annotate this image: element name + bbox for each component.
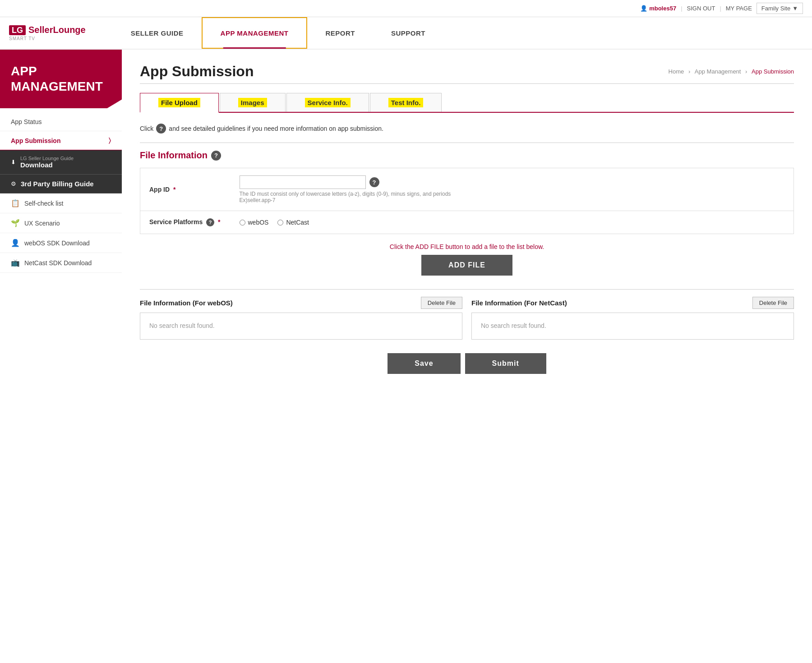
- nav-report[interactable]: REPORT: [307, 17, 373, 49]
- nav-app-management[interactable]: APP MANAGEMENT: [202, 17, 308, 49]
- separator-2: |: [720, 5, 721, 12]
- app-id-hint: The ID must consist only of lowercase le…: [240, 191, 785, 203]
- help-icon-inline[interactable]: ?: [156, 124, 166, 134]
- logo-brand: SellerLounge: [28, 25, 86, 35]
- app-submission-label: App Submission: [11, 137, 60, 144]
- person-icon: 👤: [640, 5, 647, 12]
- service-platforms-row: Service Platforms ? * webOS NetCast: [140, 211, 794, 234]
- lg-box: LG: [9, 25, 26, 35]
- tab-images[interactable]: Images: [220, 93, 286, 112]
- user-info: 👤 mboles57: [640, 5, 676, 12]
- webos-delete-button[interactable]: Delete File: [421, 297, 462, 309]
- netcast-icon: 📺: [11, 258, 20, 267]
- sidebar-netcast-sdk[interactable]: 📺 NetCast SDK Download: [0, 253, 122, 273]
- add-file-note: Click the ADD FILE button to add a file …: [140, 243, 794, 250]
- app-id-help-icon[interactable]: ?: [369, 177, 379, 187]
- bottom-actions: Save Submit: [140, 353, 794, 374]
- section-divider-2: [140, 289, 794, 290]
- tab-service-info-label: Service Info.: [305, 98, 351, 107]
- logo-lg: LG SellerLounge: [9, 25, 86, 35]
- sidebar-nav: App Status App Submission 〉 ⬇ LG Seller …: [0, 108, 122, 277]
- gear-icon: ⚙: [11, 180, 16, 187]
- webos-empty-text: No search result found.: [149, 322, 215, 329]
- sidebar-header: APP MANAGEMENT: [0, 50, 122, 108]
- add-file-button[interactable]: ADD FILE: [421, 255, 512, 276]
- logo[interactable]: LG SellerLounge SMART TV: [9, 25, 86, 41]
- netcast-file-box: No search result found.: [471, 313, 794, 340]
- app-id-row: App ID * ? The ID must consist only of l…: [140, 168, 794, 211]
- app-id-label: App ID *: [140, 168, 231, 211]
- file-info-heading: File Information ?: [140, 150, 794, 161]
- family-site-dropdown[interactable]: Family Site ▼: [757, 3, 803, 14]
- billing-guide-main: 3rd Party Billing Guide: [21, 180, 94, 188]
- sidebar-webos-sdk[interactable]: 👤 webOS SDK Download: [0, 233, 122, 253]
- service-platforms-required: *: [218, 218, 220, 226]
- app-id-input-row: ?: [240, 175, 785, 189]
- main-content: App Submission Home › App Management › A…: [122, 50, 812, 658]
- netcast-radio-label[interactable]: NetCast: [277, 219, 309, 226]
- ux-scenario-label: UX Scenario: [24, 220, 60, 227]
- self-check-label: Self-check list: [24, 200, 63, 207]
- breadcrumb-sep-2: ›: [745, 68, 749, 75]
- sidebar-item-app-submission[interactable]: App Submission 〉: [0, 131, 122, 150]
- separator-1: |: [681, 5, 682, 12]
- info-text-prefix: Click: [140, 125, 153, 132]
- tab-file-upload[interactable]: File Upload: [140, 93, 219, 113]
- breadcrumb-sep-1: ›: [688, 68, 692, 75]
- app-id-required: *: [173, 186, 175, 193]
- sidebar-item-app-status[interactable]: App Status: [0, 113, 122, 131]
- logo-sub: SMART TV: [9, 36, 86, 41]
- file-info-heading-text: File Information: [140, 150, 208, 161]
- info-text-suffix: and see detailed guidelines if you need …: [169, 125, 383, 132]
- webos-radio-label[interactable]: webOS: [240, 219, 269, 226]
- username: mboles57: [649, 5, 676, 12]
- file-info-help-icon[interactable]: ?: [211, 151, 221, 161]
- netcast-delete-button[interactable]: Delete File: [752, 297, 794, 309]
- lg-guide-main: Download: [20, 161, 74, 169]
- app-id-field-cell: ? The ID must consist only of lowercase …: [231, 168, 794, 211]
- sidebar-billing-guide[interactable]: ⚙ 3rd Party Billing Guide: [0, 175, 122, 193]
- section-divider-1: [140, 143, 794, 143]
- service-platforms-radio-group: webOS NetCast: [240, 219, 785, 226]
- form-table: App ID * ? The ID must consist only of l…: [140, 168, 794, 234]
- my-page-link[interactable]: MY PAGE: [726, 5, 752, 12]
- chevron-down-icon: ▼: [792, 5, 798, 12]
- file-info-panels: File Information (For webOS) Delete File…: [140, 297, 794, 340]
- service-platforms-help-icon[interactable]: ?: [206, 218, 214, 226]
- lg-guide-subtitle: LG Seller Lounge Guide: [20, 156, 74, 161]
- netcast-label-text: NetCast: [286, 219, 309, 226]
- sidebar-ux-scenario[interactable]: 🌱 UX Scenario: [0, 213, 122, 233]
- webos-label-text: webOS: [248, 219, 269, 226]
- tabs: File Upload Images Service Info. Test In…: [140, 93, 794, 113]
- download-icon: ⬇: [11, 159, 16, 166]
- tab-test-info-label: Test Info.: [388, 98, 424, 107]
- chevron-right-icon: 〉: [109, 137, 111, 144]
- webos-file-title: File Information (For webOS): [140, 299, 233, 307]
- nav-seller-guide[interactable]: SELLER GUIDE: [113, 17, 202, 49]
- sign-out-link[interactable]: SIGN OUT: [687, 5, 715, 12]
- top-bar: 👤 mboles57 | SIGN OUT | MY PAGE Family S…: [0, 0, 812, 17]
- sidebar-heading: APP MANAGEMENT: [11, 64, 111, 94]
- sidebar-lg-guide[interactable]: ⬇ LG Seller Lounge Guide Download: [0, 150, 122, 175]
- webos-file-header: File Information (For webOS) Delete File: [140, 297, 462, 309]
- checklist-icon: 📋: [11, 199, 20, 207]
- netcast-radio[interactable]: [277, 220, 283, 226]
- sidebar-self-check[interactable]: 📋 Self-check list: [0, 193, 122, 213]
- title-divider: [140, 83, 794, 84]
- webos-radio[interactable]: [240, 220, 245, 226]
- webos-icon: 👤: [11, 239, 20, 247]
- tab-service-info[interactable]: Service Info.: [286, 93, 369, 112]
- page-title-row: App Submission Home › App Management › A…: [140, 63, 794, 80]
- submit-button[interactable]: Submit: [465, 353, 546, 374]
- sidebar: APP MANAGEMENT App Status App Submission…: [0, 50, 122, 658]
- breadcrumb: Home › App Management › App Submission: [669, 68, 794, 75]
- nav-support[interactable]: SUPPORT: [373, 17, 443, 49]
- service-platforms-field-cell: webOS NetCast: [231, 211, 794, 234]
- save-button[interactable]: Save: [388, 353, 460, 374]
- app-id-input[interactable]: [240, 175, 366, 189]
- main-nav: SELLER GUIDE APP MANAGEMENT REPORT SUPPO…: [113, 17, 803, 49]
- webos-file-box: No search result found.: [140, 313, 462, 340]
- netcast-file-title: File Information (For NetCast): [471, 299, 567, 307]
- family-site-label: Family Site: [761, 5, 790, 12]
- tab-test-info[interactable]: Test Info.: [370, 93, 442, 112]
